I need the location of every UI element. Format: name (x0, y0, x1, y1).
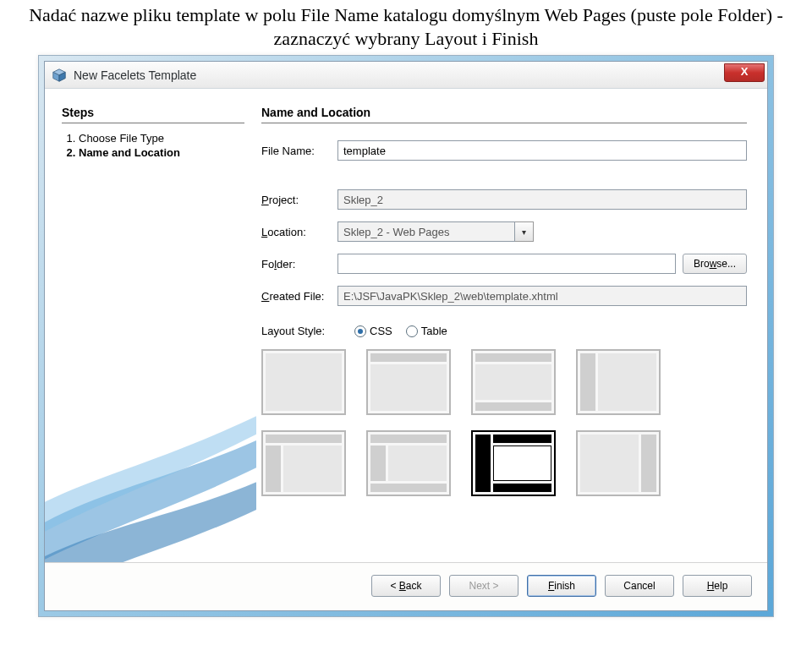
layout-left-header-footer[interactable] (471, 430, 556, 496)
help-button[interactable]: Help (683, 575, 752, 597)
layout-header-left[interactable] (261, 430, 346, 496)
browse-button[interactable]: Browse... (683, 254, 747, 274)
cancel-button[interactable]: Cancel (605, 575, 674, 597)
steps-heading: Steps (62, 106, 244, 123)
label-location: Location: (261, 226, 337, 238)
window-shadow-wrap: New Facelets Template X Steps Choose Fil… (38, 55, 774, 617)
row-project: Project: (261, 189, 747, 210)
row-created-file: Created File: (261, 286, 747, 306)
radio-dot-icon (354, 325, 366, 337)
dialog-window: New Facelets Template X Steps Choose Fil… (44, 61, 768, 611)
titlebar[interactable]: New Facelets Template X (45, 62, 767, 89)
layout-plain[interactable] (261, 349, 346, 415)
layout-header[interactable] (366, 349, 451, 415)
steps-panel: Steps Choose File Type Name and Location (45, 89, 256, 562)
section-heading: Name and Location (261, 106, 747, 123)
step-1: Choose File Type (79, 132, 244, 145)
input-folder[interactable] (337, 254, 676, 274)
decorative-swoosh (45, 376, 256, 562)
input-location[interactable] (337, 221, 515, 242)
dialog-title: New Facelets Template (74, 68, 196, 82)
step-2: Name and Location (79, 146, 244, 159)
back-button[interactable]: < Back (371, 575, 441, 597)
close-button[interactable]: X (724, 63, 765, 82)
layout-right-sidebar[interactable] (576, 430, 661, 496)
form-panel: Name and Location File Name: Project: Lo… (256, 89, 767, 562)
label-folder: Folder: (261, 258, 337, 271)
layout-style-group: Layout Style: CSS Table (261, 325, 747, 337)
radio-dot-icon (406, 325, 418, 337)
next-button: Next > (449, 575, 518, 597)
label-file-name: File Name: (261, 145, 337, 157)
radio-table[interactable]: Table (406, 325, 447, 337)
steps-list: Choose File Type Name and Location (62, 132, 244, 159)
label-project: Project: (261, 194, 337, 206)
location-dropdown-icon[interactable]: ▾ (515, 221, 534, 242)
page-instruction: Nadać nazwe pliku template w polu File N… (0, 0, 812, 55)
layout-header-left-footer[interactable] (366, 430, 451, 496)
wizard-body: Steps Choose File Type Name and Location… (45, 89, 767, 562)
radio-table-label: Table (421, 325, 447, 337)
row-folder: Folder: Browse... (261, 254, 747, 274)
layout-grid (261, 349, 747, 496)
input-project (337, 189, 747, 210)
button-bar: < Back Next > Finish Cancel Help (45, 562, 767, 610)
input-created-file (337, 286, 747, 306)
layout-left-sidebar[interactable] (576, 349, 661, 415)
label-layout-style: Layout Style: (261, 325, 337, 337)
radio-css[interactable]: CSS (354, 325, 392, 337)
label-created-file: Created File: (261, 290, 337, 303)
layout-header-footer[interactable] (471, 349, 556, 415)
row-location: Location: ▾ (261, 221, 747, 242)
row-file-name: File Name: (261, 140, 747, 161)
radio-css-label: CSS (370, 325, 392, 337)
input-file-name[interactable] (337, 140, 747, 161)
cube-icon (52, 68, 67, 83)
finish-button[interactable]: Finish (527, 575, 596, 597)
